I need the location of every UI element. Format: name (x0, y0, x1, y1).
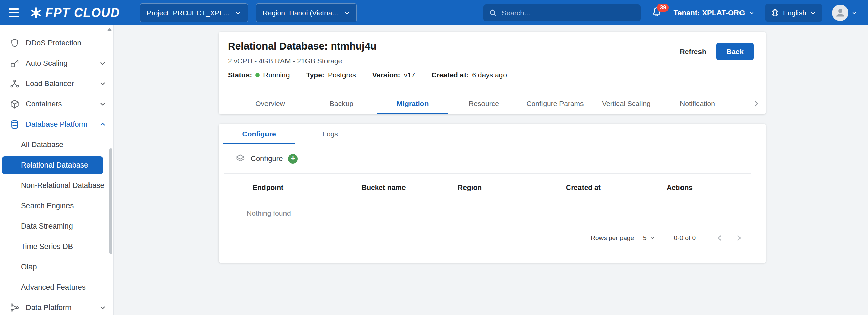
fpt-logo-star-icon (30, 7, 42, 19)
tab-logs[interactable]: Logs (295, 124, 366, 144)
status-label: Status: (228, 71, 252, 79)
refresh-button[interactable]: Refresh (680, 47, 706, 56)
main-content: Relational Database: ntmhuj4u 2 vCPU - 4… (114, 25, 868, 315)
column-header-endpoint: Endpoint (224, 183, 361, 192)
rows-per-page-value: 5 (643, 234, 647, 242)
fpt-cloud-logo[interactable]: FPT CLOUD (30, 6, 120, 20)
globe-icon (771, 8, 780, 17)
chevron-up-icon (98, 120, 107, 129)
migration-tabs: Configure Logs (223, 124, 751, 144)
menu-icon[interactable] (9, 6, 22, 19)
language-selector[interactable]: English (765, 4, 822, 22)
sidebar-item-all-database[interactable]: All Database (0, 135, 113, 155)
sidebar-item-containers[interactable]: Containers (0, 94, 113, 114)
sidebar-item-load-balancer[interactable]: Load Balancer (0, 74, 113, 94)
tab-notification[interactable]: Notification (662, 93, 733, 114)
sidebar-item-data-streaming[interactable]: Data Streaming (0, 216, 113, 236)
chevron-down-icon (650, 235, 655, 241)
rows-per-page-select[interactable]: 5 (643, 234, 655, 242)
back-button[interactable]: Back (716, 43, 754, 60)
project-selector[interactable]: Project: PROJECT_XPL... (140, 3, 248, 22)
table-header-row: Endpoint Bucket name Region Created at A… (224, 174, 751, 201)
sidebar-item-label: Containers (26, 100, 62, 109)
sidebar-item-database-platform[interactable]: Database Platform (0, 114, 113, 135)
avatar (832, 5, 848, 21)
chevron-right-icon (735, 234, 744, 242)
tab-vertical-scaling[interactable]: Vertical Scaling (591, 93, 662, 114)
chevron-down-icon (98, 59, 107, 68)
next-page-button[interactable] (732, 231, 747, 245)
shield-icon (9, 38, 20, 48)
status-value: Running (263, 71, 290, 79)
cube-icon (9, 99, 20, 109)
load-balancer-icon (9, 79, 20, 89)
project-selector-label: Project: PROJECT_XPL... (146, 9, 229, 17)
sidebar-item-label: Relational Database (21, 161, 88, 170)
sidebar-item-relational-database[interactable]: Relational Database (2, 156, 103, 174)
sidebar: DDoS Protection Auto Scaling Load Balanc… (0, 25, 114, 315)
sidebar-item-data-platform[interactable]: Data Platform (0, 297, 113, 315)
tab-migration[interactable]: Migration (377, 93, 448, 114)
database-status-row: Status: Running Type: Postgres Version: … (228, 71, 523, 79)
notification-badge: 39 (657, 4, 669, 12)
migration-card: Configure Logs Configure + Endpoint Buck… (219, 124, 766, 263)
notifications-button[interactable]: 39 (651, 6, 663, 19)
previous-page-button[interactable] (712, 231, 727, 245)
column-header-created-at: Created at (566, 183, 667, 192)
tenant-label: Tenant: XPLAT-ORG (673, 8, 745, 17)
column-header-bucket-name: Bucket name (361, 183, 458, 192)
sidebar-item-advanced-features[interactable]: Advanced Features (0, 277, 113, 297)
tab-configure[interactable]: Configure (223, 124, 295, 144)
tab-configure-params[interactable]: Configure Params (519, 93, 591, 114)
version-label: Version: (372, 71, 400, 79)
version-value: v17 (404, 71, 415, 79)
sidebar-scroll-up-icon[interactable] (107, 28, 112, 31)
sidebar-scrollbar[interactable] (109, 148, 112, 254)
nodes-icon (9, 302, 20, 313)
configure-section-title: Configure (251, 154, 283, 163)
tab-backup[interactable]: Backup (306, 93, 377, 114)
chevron-down-icon (748, 9, 755, 16)
empty-state-row: Nothing found (224, 201, 751, 225)
tab-resource[interactable]: Resource (448, 93, 519, 114)
chevron-down-icon (235, 9, 241, 16)
sidebar-item-label: Non-Relational Database (21, 181, 104, 190)
search-icon (489, 8, 497, 17)
configure-table: Endpoint Bucket name Region Created at A… (224, 174, 751, 251)
sidebar-item-non-relational-database[interactable]: Non-Relational Database (0, 175, 113, 196)
column-header-region: Region (458, 183, 566, 192)
sidebar-item-auto-scaling[interactable]: Auto Scaling (0, 53, 113, 74)
chevron-left-icon (715, 234, 724, 242)
sidebar-item-olap[interactable]: Olap (0, 257, 113, 277)
sidebar-item-label: Advanced Features (21, 283, 86, 292)
scale-icon (9, 58, 20, 68)
tenant-selector[interactable]: Tenant: XPLAT-ORG (673, 8, 755, 17)
page-title: Relational Database: ntmhuj4u (228, 40, 523, 52)
created-at-value: 6 days ago (472, 71, 507, 79)
avatar-icon (834, 7, 846, 19)
tab-overview[interactable]: Overview (235, 93, 306, 114)
top-navbar: FPT CLOUD Project: PROJECT_XPL... Region… (0, 0, 868, 25)
column-header-actions: Actions (667, 183, 751, 192)
user-menu[interactable] (832, 5, 858, 21)
created-at-label: Created at: (431, 71, 469, 79)
database-header-card: Relational Database: ntmhuj4u 2 vCPU - 4… (219, 32, 766, 114)
sidebar-item-ddos-protection[interactable]: DDoS Protection (0, 33, 113, 53)
search-input[interactable] (501, 9, 635, 17)
type-label: Type: (306, 71, 324, 79)
sidebar-item-label: Data Platform (26, 303, 72, 312)
global-search (483, 4, 641, 21)
database-icon (9, 119, 20, 130)
sidebar-item-label: Data Streaming (21, 222, 73, 231)
chevron-down-icon (810, 9, 816, 16)
chevron-down-icon (343, 9, 350, 16)
region-selector[interactable]: Region: Hanoi (Vietna... (256, 3, 357, 22)
rows-per-page-label: Rows per page (591, 234, 634, 242)
sidebar-item-time-series-db[interactable]: Time Series DB (0, 236, 113, 257)
plus-circle-icon[interactable]: + (288, 154, 298, 164)
empty-state-text: Nothing found (246, 209, 291, 217)
sidebar-item-label: Olap (21, 262, 37, 271)
chevron-down-icon (851, 9, 858, 16)
tabs-scroll-right-icon[interactable] (752, 99, 761, 109)
sidebar-item-search-engines[interactable]: Search Engines (0, 196, 113, 216)
